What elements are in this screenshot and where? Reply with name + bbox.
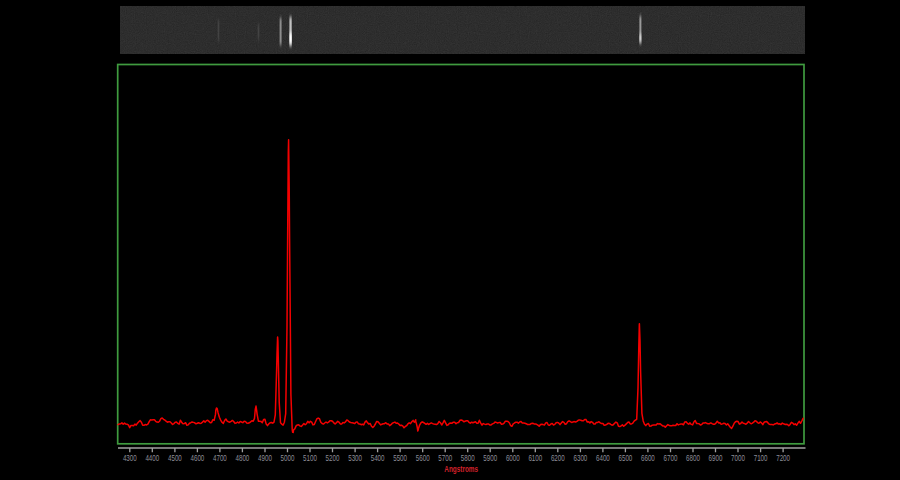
svg-text:4500: 4500 bbox=[168, 452, 182, 463]
svg-text:4400: 4400 bbox=[145, 452, 159, 463]
svg-text:7000: 7000 bbox=[731, 452, 745, 463]
svg-text:6800: 6800 bbox=[686, 452, 700, 463]
svg-text:4800: 4800 bbox=[236, 452, 250, 463]
svg-text:5400: 5400 bbox=[371, 452, 385, 463]
svg-text:5300: 5300 bbox=[348, 452, 362, 463]
svg-text:4700: 4700 bbox=[213, 452, 227, 463]
svg-text:5900: 5900 bbox=[483, 452, 497, 463]
svg-text:6900: 6900 bbox=[709, 452, 723, 463]
svg-text:7100: 7100 bbox=[754, 452, 768, 463]
svg-text:6200: 6200 bbox=[551, 452, 565, 463]
svg-text:6700: 6700 bbox=[664, 452, 678, 463]
svg-text:4300: 4300 bbox=[123, 452, 137, 463]
svg-text:4600: 4600 bbox=[191, 452, 205, 463]
svg-text:5000: 5000 bbox=[281, 452, 295, 463]
svg-text:6400: 6400 bbox=[596, 452, 610, 463]
svg-text:6300: 6300 bbox=[574, 452, 588, 463]
svg-text:6500: 6500 bbox=[619, 452, 633, 463]
svg-text:7200: 7200 bbox=[776, 452, 790, 463]
svg-text:5100: 5100 bbox=[303, 452, 317, 463]
svg-text:5500: 5500 bbox=[393, 452, 407, 463]
svg-text:4900: 4900 bbox=[258, 452, 272, 463]
svg-text:Angstroms: Angstroms bbox=[444, 463, 478, 474]
svg-text:6600: 6600 bbox=[641, 452, 655, 463]
svg-text:5700: 5700 bbox=[438, 452, 452, 463]
svg-text:5800: 5800 bbox=[461, 452, 475, 463]
svg-text:6000: 6000 bbox=[506, 452, 520, 463]
svg-text:6100: 6100 bbox=[528, 452, 542, 463]
svg-text:5600: 5600 bbox=[416, 452, 430, 463]
svg-text:5200: 5200 bbox=[326, 452, 340, 463]
